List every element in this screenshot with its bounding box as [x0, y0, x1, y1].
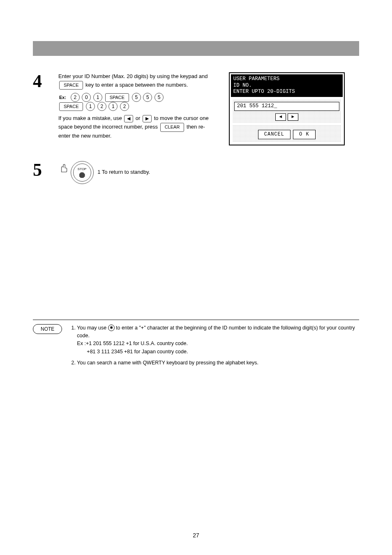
lcd-left-arrow: ◀: [275, 113, 286, 121]
step4-text-b: key to enter a space between the numbers…: [85, 82, 188, 88]
ex-label: Ex:: [59, 94, 68, 101]
lcd-ok-button: O K: [293, 130, 316, 139]
left-column: 4 Enter your ID Number (Max. 20 digits) …: [33, 72, 212, 205]
stop-button-icon: STOP: [71, 161, 94, 184]
step-number: 4: [33, 72, 50, 140]
step4-text-a: Enter your ID Number (Max. 20 digits) by…: [58, 73, 208, 79]
step5-text: 1 To return to standby.: [97, 169, 150, 175]
keypad-5: 5: [154, 93, 164, 102]
lcd-header: USER PARAMETERS ID NO. ENTER UPTO 20-DIG…: [231, 74, 343, 97]
stop-octagon-icon: [79, 172, 85, 178]
keypad-2: 2: [97, 102, 106, 111]
note-label: NOTE: [33, 324, 62, 334]
step-number: 5: [33, 161, 50, 184]
key-sequence: Ex: 2 0 1 SPACE 5 5 5 SPACE 1 2 1 2: [58, 93, 212, 111]
step4-text-2b: or: [136, 115, 142, 121]
note-separator: NOTE You may use ✱ to enter a "+" charac…: [33, 320, 359, 371]
lcd-dot-area-1: 201 555 1212_ ◀ ▶: [233, 99, 341, 123]
asterisk-key-icon: ✱: [108, 325, 115, 331]
right-column: USER PARAMETERS ID NO. ENTER UPTO 20-DIG…: [229, 72, 359, 205]
lcd-input-field: 201 555 1212_: [234, 102, 339, 111]
keypad-5: 5: [143, 93, 152, 102]
lcd-right-arrow: ▶: [288, 113, 298, 121]
note-item-2: You can search a name with QWERTY keyboa…: [77, 359, 359, 367]
lcd-cancel-button: CANCEL: [258, 130, 291, 139]
space-key: SPACE: [59, 81, 83, 90]
lcd-h3: ENTER UPTO 20-DIGITS: [233, 89, 295, 94]
step-4: 4 Enter your ID Number (Max. 20 digits) …: [33, 72, 212, 140]
lcd-body: 201 555 1212_ ◀ ▶ CANCEL O K: [231, 97, 343, 143]
section-title-bar: [33, 41, 359, 56]
space-key: SPACE: [105, 93, 129, 102]
stop-label: STOP: [78, 167, 87, 172]
lcd-dot-area-2: CANCEL O K: [233, 125, 341, 142]
note1-c: Ex :+1 201 555 1212 +1 for U.S.A. countr…: [77, 341, 188, 346]
note-row: NOTE You may use ✱ to enter a "+" charac…: [33, 324, 359, 371]
clear-key: CLEAR: [160, 123, 184, 132]
note-item-1: You may use ✱ to enter a "+" character a…: [77, 324, 359, 356]
keypad-5: 5: [132, 93, 141, 102]
step-5: 5 STOP 1 To return to standby.: [33, 161, 212, 184]
lcd-h1: USER PARAMETERS: [233, 76, 280, 82]
step-5-body: STOP 1 To return to standby.: [58, 161, 212, 184]
page-container: 4 Enter your ID Number (Max. 20 digits) …: [0, 0, 392, 555]
keypad-2: 2: [120, 102, 129, 111]
lcd-h2: ID NO.: [233, 83, 252, 88]
right-arrow-key: ▶: [143, 115, 152, 122]
keypad-0: 0: [82, 93, 91, 102]
note1-a: You may use: [77, 325, 108, 331]
page-number: 27: [0, 532, 392, 539]
keypad-2: 2: [71, 93, 80, 102]
main-columns: 4 Enter your ID Number (Max. 20 digits) …: [33, 72, 359, 205]
space-key: SPACE: [59, 102, 83, 111]
keypad-1: 1: [108, 102, 118, 111]
note1-b: to enter a "+" character at the beginnin…: [77, 325, 355, 339]
note-body: You may use ✱ to enter a "+" character a…: [69, 324, 359, 371]
step-4-body: Enter your ID Number (Max. 20 digits) by…: [58, 72, 212, 140]
keypad-1: 1: [93, 93, 102, 102]
step4-text-2a: If you make a mistake, use: [58, 115, 123, 121]
lcd-screen: USER PARAMETERS ID NO. ENTER UPTO 20-DIG…: [229, 72, 345, 145]
keypad-1: 1: [86, 102, 95, 111]
hand-pointer-icon: [58, 169, 71, 175]
note1-d: +81 3 111 2345 +81 for Japan country cod…: [87, 349, 188, 355]
left-arrow-key: ◀: [124, 115, 133, 122]
